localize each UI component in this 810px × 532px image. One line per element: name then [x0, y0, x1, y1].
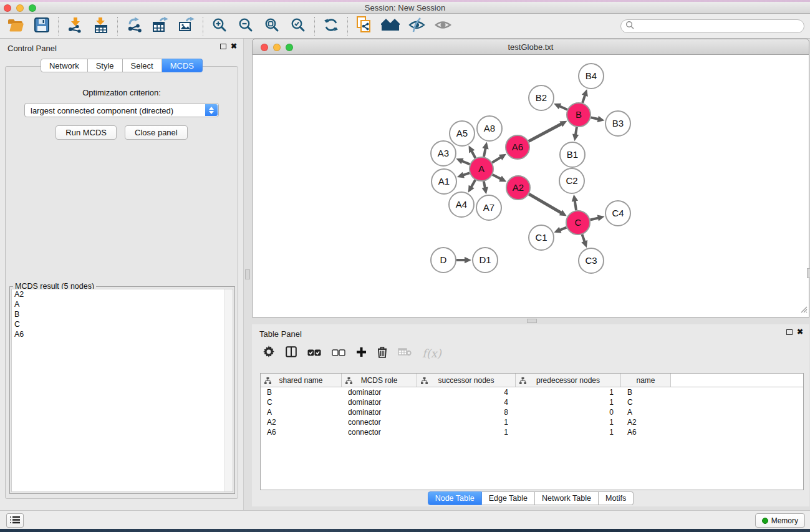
edge-C-C3[interactable]: [582, 235, 585, 243]
close-panel-icon[interactable]: ✖: [797, 329, 803, 335]
open-button[interactable]: [2, 15, 29, 37]
table-panel: Table Panel ✖ f(x) shared nameMCDS roles…: [252, 324, 809, 506]
export-image-button[interactable]: [173, 15, 200, 37]
node-label-C3: C3: [585, 255, 597, 266]
edge-A-A8[interactable]: [484, 147, 486, 157]
refresh-layout-button[interactable]: [318, 15, 344, 37]
float-panel-icon[interactable]: [220, 44, 226, 49]
list-scrollbar[interactable]: [224, 289, 233, 491]
close-panel-icon[interactable]: ✖: [231, 43, 237, 49]
tab-node-table[interactable]: Node Table: [428, 491, 482, 505]
edge-C-C4[interactable]: [590, 218, 599, 220]
tab-network-table[interactable]: Network Table: [535, 491, 599, 505]
node-table[interactable]: shared nameMCDS rolesuccessor nodesprede…: [260, 373, 804, 490]
zoom-in-button[interactable]: [206, 15, 233, 37]
zoom-out-button[interactable]: [233, 15, 259, 37]
import-network-button[interactable]: [62, 15, 88, 37]
save-button[interactable]: [29, 15, 55, 37]
hide-selected-button[interactable]: [403, 15, 430, 37]
table-row[interactable]: Adominator80A: [261, 407, 803, 417]
tab-select[interactable]: Select: [123, 59, 162, 72]
node-label-C1: C1: [535, 232, 547, 243]
column-header-MCDS-role[interactable]: MCDS role: [342, 374, 417, 387]
arrowhead-icon: [465, 257, 471, 263]
list-item[interactable]: C: [12, 319, 233, 329]
memory-button[interactable]: Memory: [755, 513, 805, 528]
mcds-result-list[interactable]: A2ABCA6: [11, 289, 233, 492]
table-body: Bdominator41BCdominator41CAdominator80AA…: [261, 387, 803, 437]
column-header-predecessor-nodes[interactable]: predecessor nodes: [516, 374, 621, 387]
splitter-handle[interactable]: [527, 319, 537, 323]
search-field[interactable]: [620, 19, 804, 33]
edge-B-B1[interactable]: [576, 127, 577, 136]
delete-table-icon: [398, 347, 412, 359]
edge-C-C2[interactable]: [575, 200, 576, 211]
task-history-button[interactable]: [6, 513, 24, 528]
import-table-button[interactable]: [88, 15, 114, 37]
gear-icon[interactable]: [263, 346, 275, 360]
node-label-A: A: [478, 163, 485, 174]
list-item[interactable]: A6: [12, 329, 233, 339]
tab-motifs[interactable]: Motifs: [599, 491, 634, 505]
edge-A2-C[interactable]: [529, 194, 562, 213]
add-column-icon[interactable]: [356, 347, 367, 360]
export-table-button[interactable]: [147, 15, 173, 37]
search-input[interactable]: [634, 22, 804, 31]
list-item[interactable]: A: [12, 299, 233, 309]
desktop-wallpaper: [0, 529, 810, 532]
mcds-result-box: MCDS result (5 nodes) A2ABCA6: [9, 286, 235, 494]
open-folder-icon: [7, 18, 24, 34]
float-panel-icon[interactable]: [786, 329, 793, 335]
zoom-out-icon: [238, 17, 253, 35]
edge-A-A3[interactable]: [461, 161, 470, 165]
show-all-button[interactable]: [430, 15, 456, 37]
column-header-shared-name[interactable]: shared name: [261, 374, 342, 387]
resize-grip-icon[interactable]: [799, 304, 808, 316]
control-panel-tabs: NetworkStyleSelectMCDS: [0, 59, 243, 72]
edge-B-B2[interactable]: [559, 106, 567, 110]
zoom-selected-button[interactable]: [285, 15, 311, 37]
edge-A-A6[interactable]: [492, 157, 501, 162]
select-all-icon[interactable]: [307, 347, 321, 359]
control-panel: Control Panel ✖ NetworkStyleSelectMCDS O…: [0, 39, 244, 510]
edge-B-B4[interactable]: [582, 95, 585, 103]
tab-mcds[interactable]: MCDS: [162, 59, 203, 72]
run-mcds-button[interactable]: Run MCDS: [55, 125, 117, 140]
close-panel-button[interactable]: Close panel: [125, 125, 188, 140]
network-window-titlebar[interactable]: testGlobe.txt: [252, 39, 809, 55]
columns-icon[interactable]: [286, 346, 297, 360]
toolbar-separator: [203, 17, 203, 36]
cell-predecessor-nodes: 1: [516, 417, 621, 427]
list-item[interactable]: A2: [12, 289, 233, 299]
tab-style[interactable]: Style: [88, 59, 123, 72]
splitter-handle[interactable]: [245, 269, 250, 279]
criterion-dropdown[interactable]: largest connected component (directed): [24, 103, 219, 117]
deselect-all-icon[interactable]: [332, 347, 345, 359]
table-row[interactable]: Bdominator41B: [261, 387, 803, 397]
edge-A6-B[interactable]: [529, 123, 562, 142]
splitter-handle[interactable]: [807, 268, 810, 278]
table-row[interactable]: A2connector11A2: [261, 417, 803, 427]
edge-A-A4[interactable]: [471, 180, 475, 188]
edge-A-A2[interactable]: [493, 175, 501, 179]
cell-MCDS-role: connector: [342, 417, 417, 427]
first-neighbors-button[interactable]: [377, 15, 403, 37]
clone-network-button[interactable]: [351, 15, 377, 37]
edge-A-A5[interactable]: [471, 150, 476, 158]
network-graph[interactable]: B4B2BB3A5A8A6A3AB1A1C2A2A4A7C4CC1C3DD1: [253, 55, 808, 316]
tab-network[interactable]: Network: [41, 59, 88, 72]
memory-label: Memory: [771, 516, 798, 525]
network-canvas[interactable]: B4B2BB3A5A8A6A3AB1A1C2A2A4A7C4CC1C3DD1: [252, 55, 809, 317]
arrowhead-icon: [582, 89, 588, 97]
list-item[interactable]: B: [12, 309, 233, 319]
table-row[interactable]: A6connector11A6: [261, 427, 803, 437]
trash-icon[interactable]: [377, 346, 387, 360]
column-header-successor-nodes[interactable]: successor nodes: [417, 374, 516, 387]
export-network-button[interactable]: [121, 15, 147, 37]
tab-edge-table[interactable]: Edge Table: [482, 491, 535, 505]
table-row[interactable]: Cdominator41C: [261, 397, 803, 407]
cell-name: A6: [621, 427, 671, 437]
edge-B-B3[interactable]: [591, 117, 599, 119]
zoom-fit-button[interactable]: [259, 15, 285, 37]
column-header-name[interactable]: name: [621, 374, 671, 387]
